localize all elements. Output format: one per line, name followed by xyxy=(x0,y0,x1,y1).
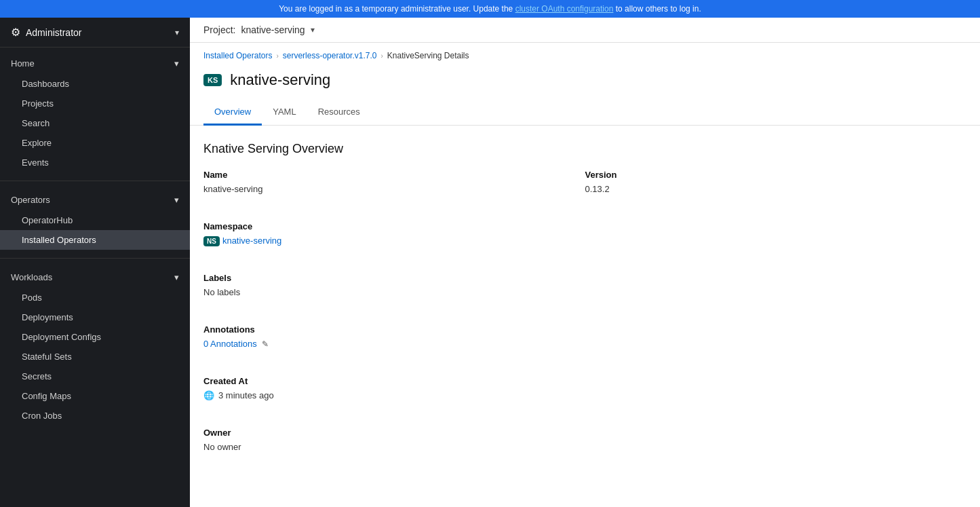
annotations-link[interactable]: 0 Annotations xyxy=(203,339,257,349)
owner-value: No owner xyxy=(203,442,585,452)
annotations-value: 0 Annotations ✎ xyxy=(203,339,585,349)
sidebar-header[interactable]: ⚙ Administrator ▾ xyxy=(0,18,190,48)
chevron-down-icon: ▾ xyxy=(175,28,179,37)
breadcrumb-serverless-operator[interactable]: serverless-operator.v1.7.0 xyxy=(283,51,377,60)
owner-label: Owner xyxy=(203,428,585,438)
breadcrumb-separator-1: › xyxy=(276,52,278,60)
sidebar-section-home-header[interactable]: Home ▾ xyxy=(0,53,190,74)
page-header: KS knative-serving xyxy=(190,66,980,100)
sidebar-divider xyxy=(0,181,190,181)
sidebar-item-secrets[interactable]: Secrets xyxy=(0,367,190,386)
namespace-label: Namespace xyxy=(203,221,585,231)
project-bar: Project: knative-serving ▾ xyxy=(190,18,980,43)
created-at-row: 🌐 3 minutes ago xyxy=(203,390,585,400)
main-content: Project: knative-serving ▾ Installed Ope… xyxy=(190,18,980,507)
sidebar-item-config-maps[interactable]: Config Maps xyxy=(0,386,190,406)
detail-created-at: Created At 🌐 3 minutes ago xyxy=(203,376,585,400)
oauth-config-link[interactable]: cluster OAuth configuration xyxy=(515,4,614,14)
detail-namespace: Namespace NSknative-serving xyxy=(203,221,585,246)
sidebar-item-cron-jobs[interactable]: Cron Jobs xyxy=(0,406,190,426)
project-label: Project: xyxy=(203,24,235,35)
sidebar-section-home: Home ▾ Dashboards Projects Search Explor… xyxy=(0,48,190,178)
created-at-value: 3 minutes ago xyxy=(218,390,274,400)
grid-spacer-4 xyxy=(585,376,967,414)
globe-icon: 🌐 xyxy=(203,390,214,400)
sidebar: ⚙ Administrator ▾ Home ▾ Dashboards Proj… xyxy=(0,18,190,507)
detail-grid: Name knative-serving Version 0.13.2 Name… xyxy=(203,170,966,466)
tab-resources[interactable]: Resources xyxy=(307,100,371,126)
overview-panel: Knative Serving Overview Name knative-se… xyxy=(190,126,980,482)
sidebar-section-workloads: Workloads ▾ Pods Deployments Deployment … xyxy=(0,261,190,431)
ks-badge: KS xyxy=(203,74,222,86)
sidebar-section-home-label: Home xyxy=(11,58,35,69)
grid-spacer-2 xyxy=(585,273,967,311)
detail-annotations: Annotations 0 Annotations ✎ xyxy=(203,324,585,349)
chevron-icon: ▾ xyxy=(174,272,179,282)
annotations-label: Annotations xyxy=(203,324,585,335)
grid-spacer xyxy=(585,221,967,259)
edit-icon[interactable]: ✎ xyxy=(262,339,269,349)
created-at-label: Created At xyxy=(203,376,585,386)
tab-overview[interactable]: Overview xyxy=(203,100,262,126)
breadcrumb: Installed Operators › serverless-operato… xyxy=(190,43,980,66)
detail-owner: Owner No owner xyxy=(203,428,585,452)
banner-text: You are logged in as a temporary adminis… xyxy=(279,4,515,14)
labels-value: No labels xyxy=(203,287,585,297)
sidebar-item-installed-operators[interactable]: Installed Operators xyxy=(0,230,190,250)
detail-labels: Labels No labels xyxy=(203,273,585,297)
version-label: Version xyxy=(585,170,967,180)
sidebar-item-events[interactable]: Events xyxy=(0,153,190,172)
admin-label: Administrator xyxy=(26,27,81,38)
grid-spacer-3 xyxy=(585,324,967,362)
name-value: knative-serving xyxy=(203,184,585,194)
sidebar-item-deployment-configs[interactable]: Deployment Configs xyxy=(0,327,190,347)
gear-icon: ⚙ xyxy=(11,26,20,39)
name-label: Name xyxy=(203,170,585,180)
detail-version: Version 0.13.2 xyxy=(585,170,967,194)
sidebar-item-explore[interactable]: Explore xyxy=(0,133,190,153)
namespace-link[interactable]: knative-serving xyxy=(222,236,281,246)
chevron-icon: ▾ xyxy=(174,195,179,205)
top-banner: You are logged in as a temporary adminis… xyxy=(0,0,980,18)
content-area: Installed Operators › serverless-operato… xyxy=(190,43,980,507)
version-value: 0.13.2 xyxy=(585,184,967,194)
sidebar-divider-2 xyxy=(0,258,190,259)
project-name: knative-serving xyxy=(241,24,305,35)
sidebar-section-operators-header[interactable]: Operators ▾ xyxy=(0,189,190,210)
tabs: Overview YAML Resources xyxy=(190,100,980,126)
sidebar-section-operators: Operators ▾ OperatorHub Installed Operat… xyxy=(0,184,190,255)
breadcrumb-installed-operators[interactable]: Installed Operators xyxy=(203,51,272,60)
sidebar-section-operators-label: Operators xyxy=(11,195,50,205)
ns-badge: NS xyxy=(203,236,220,246)
tab-yaml[interactable]: YAML xyxy=(262,100,307,126)
sidebar-item-deployments[interactable]: Deployments xyxy=(0,307,190,327)
sidebar-item-stateful-sets[interactable]: Stateful Sets xyxy=(0,347,190,367)
project-dropdown-icon[interactable]: ▾ xyxy=(311,25,315,35)
sidebar-section-workloads-header[interactable]: Workloads ▾ xyxy=(0,267,190,288)
sidebar-item-projects[interactable]: Projects xyxy=(0,94,190,113)
namespace-value: NSknative-serving xyxy=(203,236,585,246)
banner-text-end: to allow others to log in. xyxy=(613,4,701,14)
detail-name: Name knative-serving xyxy=(203,170,585,194)
sidebar-item-search[interactable]: Search xyxy=(0,113,190,133)
sidebar-item-dashboards[interactable]: Dashboards xyxy=(0,74,190,94)
labels-label: Labels xyxy=(203,273,585,283)
sidebar-item-operatorhub[interactable]: OperatorHub xyxy=(0,210,190,230)
sidebar-section-workloads-label: Workloads xyxy=(11,272,52,282)
sidebar-item-pods[interactable]: Pods xyxy=(0,288,190,307)
overview-section-title: Knative Serving Overview xyxy=(203,142,966,156)
chevron-icon: ▾ xyxy=(174,58,179,69)
breadcrumb-current: KnativeServing Details xyxy=(387,51,469,60)
breadcrumb-separator-2: › xyxy=(380,52,383,60)
page-title: knative-serving xyxy=(230,71,330,89)
